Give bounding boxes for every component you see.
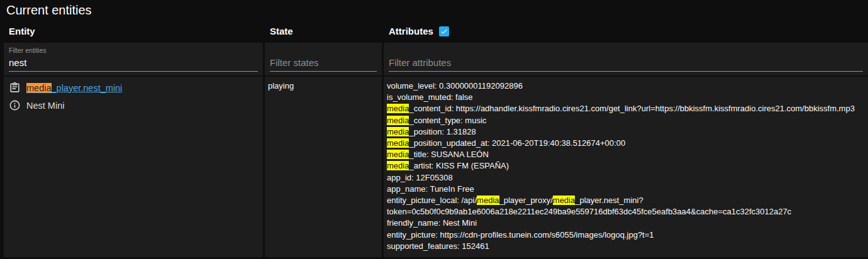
entity-filter-label: Filter entities bbox=[9, 47, 258, 54]
entities-table: Entity State Attributes Filter entities … bbox=[4, 22, 868, 257]
column-header-entity: Entity bbox=[4, 22, 263, 41]
highlighted-text: media bbox=[387, 150, 409, 159]
attribute-line: entity_picture_local: /api/media_player_… bbox=[387, 195, 865, 206]
text-segment: entity_picture: https://cdn-profiles.tun… bbox=[387, 230, 654, 240]
text-segment: entity_picture_local: /api/ bbox=[387, 196, 477, 205]
entity-state-value: playing bbox=[268, 81, 294, 91]
text-segment: _player_proxy/ bbox=[499, 196, 553, 205]
column-header-state-label: State bbox=[270, 26, 293, 36]
attribute-line: volume_level: 0.30000001192092896 bbox=[387, 80, 865, 92]
attribute-line: entity_picture: https://cdn-profiles.tun… bbox=[387, 229, 865, 241]
highlighted-text: media bbox=[387, 138, 409, 148]
attribute-line: app_name: TuneIn Free bbox=[387, 184, 865, 195]
attribute-line: friendly_name: Nest Mini bbox=[387, 218, 865, 229]
text-segment: _content_id: https://adhandler.kissfmrad… bbox=[409, 104, 854, 113]
table-row-attributes-cell: volume_level: 0.30000001192092896is_volu… bbox=[384, 77, 868, 257]
highlighted-text: media bbox=[26, 83, 52, 93]
attributes-checkbox[interactable] bbox=[439, 26, 449, 36]
text-segment: _title: SUSANA LEÓN bbox=[409, 150, 488, 159]
highlighted-text: media bbox=[387, 161, 409, 170]
highlighted-text: media bbox=[387, 104, 409, 113]
text-segment: supported_features: 152461 bbox=[387, 241, 489, 251]
text-segment: _position: 1.31828 bbox=[409, 127, 476, 136]
text-segment: volume_level: 0.30000001192092896 bbox=[387, 81, 523, 91]
entity-name-line: Nest Mini bbox=[9, 99, 258, 111]
copy-to-clipboard-icon[interactable] bbox=[9, 82, 21, 94]
text-segment: is_volume_muted: false bbox=[387, 92, 473, 102]
table-row-state-cell: playing bbox=[265, 77, 382, 257]
attribute-line: media_title: SUSANA LEÓN bbox=[387, 149, 865, 160]
state-filter-input[interactable] bbox=[270, 57, 377, 72]
attributes-filter-input[interactable] bbox=[389, 57, 863, 72]
page-title: Current entities bbox=[0, 0, 868, 18]
entity-filter-cell: Filter entities bbox=[4, 43, 263, 75]
state-filter-cell bbox=[265, 43, 382, 75]
attribute-line: supported_features: 152461 bbox=[387, 241, 865, 252]
attribute-line: media_content_type: music bbox=[387, 115, 865, 126]
highlighted-text: media bbox=[387, 116, 409, 125]
entity-friendly-name: Nest Mini bbox=[26, 101, 64, 111]
table-row-entity-cell: media_player.nest_mini Nest Mini bbox=[4, 77, 263, 257]
text-segment: friendly_name: Nest Mini bbox=[387, 218, 477, 228]
text-segment: _artist: KISS FM (ESPAÑA) bbox=[409, 161, 509, 170]
check-icon bbox=[440, 27, 448, 36]
text-segment: app_id: 12F05308 bbox=[387, 173, 453, 182]
attribute-line: media_position_updated_at: 2021-06-20T19… bbox=[387, 138, 865, 149]
column-header-attributes: Attributes bbox=[384, 22, 868, 41]
text-segment: token=0c5b0f0c9b9ab1e6006a218e2211ec249b… bbox=[387, 207, 791, 216]
attribute-line: app_id: 12F05308 bbox=[387, 172, 865, 184]
attribute-line: is_volume_muted: false bbox=[387, 92, 865, 103]
attributes-filter-cell bbox=[384, 43, 868, 75]
attribute-line: media_content_id: https://adhandler.kiss… bbox=[387, 103, 865, 114]
attribute-line: token=0c5b0f0c9b9ab1e6006a218e2211ec249b… bbox=[387, 206, 865, 218]
attribute-line: media_artist: KISS FM (ESPAÑA) bbox=[387, 160, 865, 172]
text-segment: _player.nest_mini bbox=[52, 83, 123, 93]
highlighted-text: media bbox=[553, 196, 575, 205]
column-header-attributes-label: Attributes bbox=[389, 26, 433, 36]
text-segment: _content_type: music bbox=[409, 116, 486, 125]
column-header-state: State bbox=[265, 22, 382, 41]
column-header-entity-label: Entity bbox=[9, 26, 35, 36]
highlighted-text: media bbox=[387, 127, 409, 136]
text-segment: app_name: TuneIn Free bbox=[387, 184, 474, 194]
entity-id-line: media_player.nest_mini bbox=[9, 82, 258, 94]
entity-id-link[interactable]: media_player.nest_mini bbox=[26, 83, 122, 93]
text-segment: _position_updated_at: 2021-06-20T19:40:3… bbox=[409, 138, 625, 148]
attribute-line: media_position: 1.31828 bbox=[387, 126, 865, 138]
text-segment: _player.nest_mini? bbox=[575, 196, 643, 205]
highlighted-text: media bbox=[477, 196, 499, 205]
info-icon[interactable] bbox=[9, 99, 21, 111]
entity-filter-input[interactable] bbox=[9, 57, 258, 72]
